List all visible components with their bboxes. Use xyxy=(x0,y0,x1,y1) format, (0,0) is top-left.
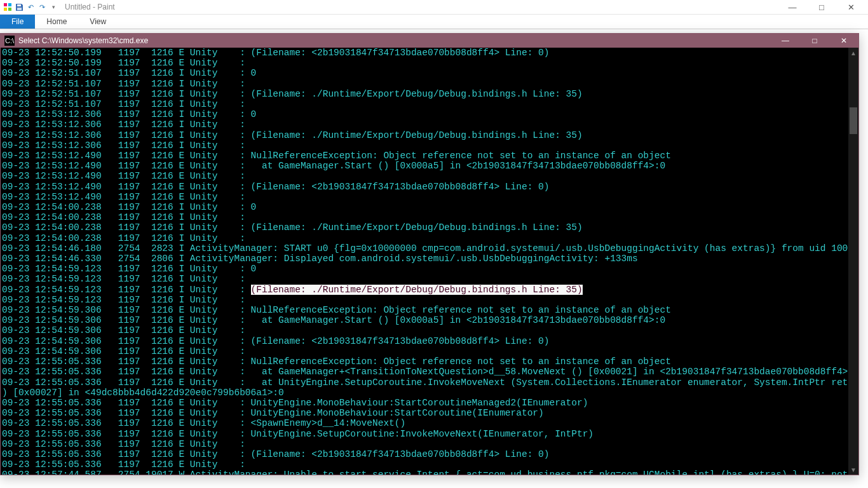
cmd-window-controls: — □ ✕ xyxy=(771,34,858,48)
undo-icon[interactable]: ↶ xyxy=(25,2,36,12)
cmd-maximize-button[interactable]: □ xyxy=(800,34,829,48)
quick-access-toolbar: ↶ ↷ ▾ xyxy=(3,2,58,12)
cmd-scrollbar[interactable]: ▲ ▼ xyxy=(848,48,858,475)
paint-titlebar: ↶ ↷ ▾ Untitled - Paint — □ ✕ xyxy=(0,0,868,15)
paint-minimize-button[interactable]: — xyxy=(778,0,807,15)
paint-window-controls: — □ ✕ xyxy=(778,0,865,15)
cmd-titlebar[interactable]: C:\ Select C:\Windows\system32\cmd.exe —… xyxy=(1,34,858,48)
cmd-title-text: Select C:\Windows\system32\cmd.exe xyxy=(18,36,771,45)
paint-window-title: Untitled - Paint xyxy=(65,3,115,11)
svg-rect-3 xyxy=(8,8,11,11)
svg-rect-4 xyxy=(17,4,21,6)
scroll-down-icon[interactable]: ▼ xyxy=(848,464,858,475)
ribbon-tabs: File Home View xyxy=(0,15,868,29)
paint-logo-icon xyxy=(3,2,13,12)
tab-view[interactable]: View xyxy=(78,15,118,29)
cmd-body[interactable]: 09-23 12:52:50.199 1197 1216 E Unity : (… xyxy=(1,48,858,475)
scroll-up-icon[interactable]: ▲ xyxy=(848,48,858,58)
paint-canvas[interactable]: C:\ Select C:\Windows\system32\cmd.exe —… xyxy=(0,29,868,488)
cmd-window: C:\ Select C:\Windows\system32\cmd.exe —… xyxy=(0,33,859,475)
scroll-thumb[interactable] xyxy=(850,107,857,134)
tab-home[interactable]: Home xyxy=(35,15,78,29)
scroll-track[interactable] xyxy=(848,58,858,464)
svg-rect-1 xyxy=(8,3,11,6)
customize-qat-icon[interactable]: ▾ xyxy=(48,2,58,12)
paint-maximize-button[interactable]: □ xyxy=(807,0,836,15)
cmd-close-button[interactable]: ✕ xyxy=(829,34,858,48)
paint-close-button[interactable]: ✕ xyxy=(836,0,865,15)
svg-rect-5 xyxy=(17,8,22,10)
svg-rect-0 xyxy=(4,3,7,6)
svg-rect-2 xyxy=(4,8,7,11)
redo-icon[interactable]: ↷ xyxy=(37,2,47,12)
cmd-output[interactable]: 09-23 12:52:50.199 1197 1216 E Unity : (… xyxy=(1,48,858,475)
tab-file[interactable]: File xyxy=(0,15,35,29)
save-icon[interactable] xyxy=(14,2,24,12)
cmd-icon: C:\ xyxy=(4,36,15,46)
cmd-minimize-button[interactable]: — xyxy=(771,34,800,48)
